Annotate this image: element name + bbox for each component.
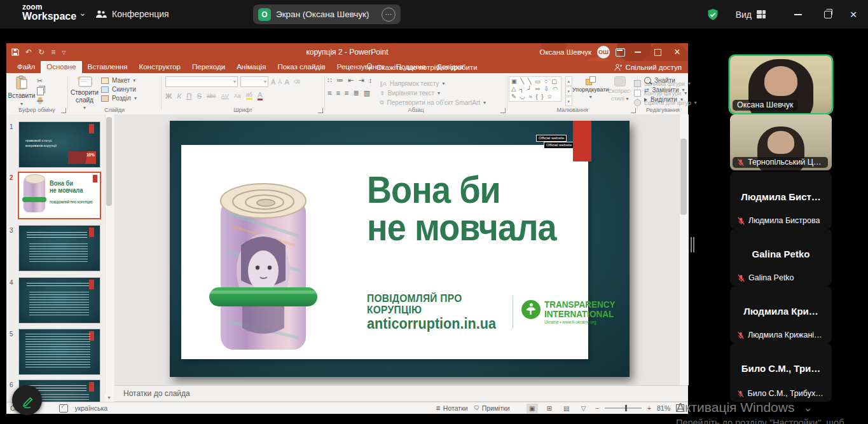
thumbnail-slide4[interactable]: [19, 278, 100, 323]
thumbnail-scroll-down-icon[interactable]: ▼: [105, 393, 113, 402]
copy-icon[interactable]: [37, 87, 44, 95]
ppt-maximize-button[interactable]: [651, 43, 665, 61]
grow-font-icon[interactable]: А́: [271, 78, 275, 86]
slide-sorter-view-button[interactable]: ⊞: [544, 404, 555, 413]
tab-animations[interactable]: Анімація: [231, 61, 272, 73]
arrange-button[interactable]: Упорядкувати ▾: [575, 76, 606, 100]
participant-tile-liudmyla-bystrova[interactable]: Людмила Бист… Людмила Бистрова: [730, 172, 832, 229]
font-dialog-launcher-icon[interactable]: [318, 108, 323, 113]
thumbnail-slide3[interactable]: [19, 226, 100, 271]
language-indicator[interactable]: українська: [74, 404, 107, 412]
participant-tile-galina-petko[interactable]: Galina Petko Galina Petko: [730, 229, 832, 286]
layout-button[interactable]: Макет▾: [101, 77, 137, 84]
character-spacing-icon[interactable]: АV: [221, 93, 229, 99]
screen-share-tab[interactable]: O Экран (Оксана Шевчук) ⋯: [253, 4, 401, 24]
select-button[interactable]: Виділити▾: [644, 96, 688, 103]
tab-transitions[interactable]: Переходи: [186, 61, 231, 73]
notes-toggle-button[interactable]: ≣Нотатки: [436, 404, 467, 412]
save-icon[interactable]: [11, 48, 19, 56]
strike-abc-icon[interactable]: abc: [207, 93, 216, 99]
thumbnail-slide2-selected[interactable]: Вона бине мовчала ПОВІДОМЛЯЙ ПРО КОРУПЦІ…: [19, 173, 100, 218]
touch-mode-icon[interactable]: ≡: [51, 48, 55, 57]
zoom-out-button[interactable]: −: [595, 404, 599, 412]
text-direction-button[interactable]: ∥АНапрямок тексту▾: [380, 80, 486, 87]
smartart-button[interactable]: ⧉Перетворити на об'єкт SmartArt▾: [380, 99, 486, 106]
tab-file[interactable]: Файл: [11, 61, 41, 73]
zoom-slider-thumb[interactable]: [625, 405, 627, 411]
paragraph-dialog-launcher-icon[interactable]: [500, 108, 506, 113]
ppt-minimize-button[interactable]: [631, 43, 645, 61]
thumbnail-slide5[interactable]: [19, 329, 100, 374]
shrink-font-icon[interactable]: А̀: [278, 79, 282, 85]
shapes-gallery[interactable]: ▣ ╲ ╲ ▭ ○ ▢ △ ┐ ┘ ⇨ ⇩ ◠ ✎ ◡ ≈ { } ☆: [509, 76, 561, 102]
view-layout-icon[interactable]: [757, 10, 766, 18]
strikethrough-button[interactable]: S: [196, 92, 202, 100]
change-case-icon[interactable]: Аа: [234, 93, 241, 99]
tab-design[interactable]: Конструктор: [133, 61, 186, 73]
tell-me-search[interactable]: Скажіть, що потрібно зробити: [366, 61, 478, 73]
reset-button[interactable]: Скинути: [101, 86, 137, 93]
clear-formatting-icon[interactable]: А⌫: [284, 78, 300, 86]
paste-button[interactable]: Вставити ▾: [6, 73, 37, 107]
participant-video-ternopil-center[interactable]: Тернопільський Цен…: [730, 114, 832, 170]
annotation-pencil-button[interactable]: [12, 385, 42, 415]
panel-resize-handle[interactable]: [691, 237, 696, 252]
slideshow-button[interactable]: ▽: [578, 404, 589, 413]
current-slide[interactable]: Вона би не мовчала ПОВІДОМЛЯЙ ПРО КОРУПЦ…: [170, 121, 630, 377]
zoom-slider[interactable]: [605, 407, 642, 409]
highlight-color-icon[interactable]: аб: [246, 92, 252, 100]
find-button[interactable]: Знайти: [644, 77, 688, 84]
align-text-button[interactable]: ⇕Вирівняти текст▾: [380, 90, 486, 97]
font-color-icon[interactable]: А: [258, 91, 263, 100]
account-name[interactable]: Оксана Шевчук: [540, 48, 592, 56]
cut-icon[interactable]: ✂: [37, 77, 44, 85]
participant-tile-bylo-trybukhivska[interactable]: Било С.М., Три… Било С.М., Трибухівс…: [730, 343, 832, 402]
window-restore-button[interactable]: [818, 0, 837, 29]
font-name-dropdown[interactable]: ▾: [165, 76, 238, 87]
zoom-in-button[interactable]: +: [647, 404, 651, 412]
fit-slide-to-window-icon[interactable]: [676, 404, 684, 412]
clipboard-dialog-launcher-icon[interactable]: [61, 108, 66, 113]
bold-button[interactable]: Ж: [165, 92, 172, 100]
tab-home[interactable]: Основне: [41, 61, 81, 73]
participant-video-oksana-shevchuk[interactable]: Оксана Шевчук: [730, 56, 832, 113]
ppt-close-button[interactable]: ×: [670, 43, 684, 61]
list-indent-icons[interactable]: ∷ ≔ ⇤ ⇥ ↕: [327, 76, 373, 85]
shapes-gallery-scroll[interactable]: ▲▼▼: [565, 76, 572, 106]
view-button-label[interactable]: Вид: [736, 10, 752, 20]
tab-insert[interactable]: Вставлення: [82, 61, 134, 73]
italic-button[interactable]: К: [177, 92, 181, 100]
account-avatar[interactable]: ОШ: [597, 46, 610, 58]
thumbnail-scrollbar-thumb[interactable]: [106, 117, 112, 206]
section-button[interactable]: Розділ▾: [101, 95, 137, 102]
new-slide-button[interactable]: Створити слайд ▾: [68, 73, 101, 111]
underline-button[interactable]: П: [186, 92, 191, 100]
canvas-scrollbar-thumb[interactable]: [680, 139, 687, 215]
thumbnail-slide1[interactable]: правовий статус викривачів корупції 10%: [19, 122, 100, 167]
qat-customize-icon[interactable]: ▽: [62, 50, 65, 55]
drawing-dialog-launcher-icon[interactable]: [631, 108, 636, 113]
share-button[interactable]: Спільний доступ: [614, 61, 682, 73]
quick-styles-button[interactable]: Експрес- стилі ▾: [609, 76, 631, 102]
tab-slideshow[interactable]: Показ слайдів: [272, 61, 331, 73]
comments-toggle-button[interactable]: 🗨Примітки: [474, 404, 510, 412]
redo-icon[interactable]: ↻: [38, 48, 45, 57]
meeting-tab[interactable]: Конференция: [95, 5, 169, 23]
window-close-button[interactable]: ×: [844, 0, 863, 29]
security-shield-icon[interactable]: [706, 8, 719, 21]
ribbon-display-options-icon[interactable]: [616, 48, 625, 57]
zoom-percentage[interactable]: 81%: [657, 404, 670, 412]
spellcheck-icon[interactable]: [59, 404, 68, 413]
font-size-dropdown[interactable]: ▾: [240, 76, 268, 87]
more-options-icon[interactable]: ⋯: [382, 8, 396, 22]
workspace-chevron-down-icon[interactable]: ⌄: [79, 8, 86, 18]
window-minimize-button[interactable]: [789, 0, 808, 29]
undo-icon[interactable]: ↶: [25, 48, 32, 57]
replace-button[interactable]: ⇄Замінити▾: [644, 86, 688, 93]
notes-pane[interactable]: Нотатки до слайда: [114, 385, 688, 402]
reading-view-button[interactable]: ▤: [561, 404, 572, 413]
normal-view-button[interactable]: ▣: [527, 404, 538, 413]
alignment-icons[interactable]: ≡ ≡ ≡ ≣ ▥: [327, 89, 373, 97]
format-painter-icon[interactable]: [37, 97, 43, 104]
participant-tile-liudmyla-kryzhanivska[interactable]: Людмила Кри… Людмила Крижанівс…: [730, 286, 832, 343]
